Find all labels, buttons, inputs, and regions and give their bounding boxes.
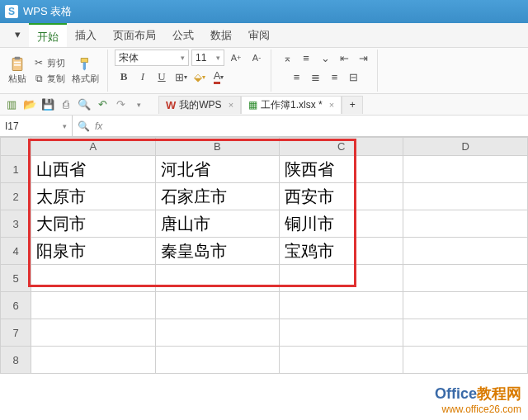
preview-icon[interactable]: 🔍 <box>78 98 91 111</box>
format-painter-button[interactable]: 格式刷 <box>68 54 102 87</box>
cell[interactable] <box>31 319 155 347</box>
col-header[interactable]: C <box>280 138 403 156</box>
search-icon[interactable]: 🔍 <box>78 120 90 132</box>
row-header[interactable]: 1 <box>1 156 31 183</box>
align-right-button[interactable]: ≡ <box>326 68 344 85</box>
menu-dropdown-icon[interactable]: ▾ <box>7 23 29 47</box>
increase-font-button[interactable]: A+ <box>227 50 245 66</box>
app-title: WPS 表格 <box>23 4 72 19</box>
fill-color-button[interactable]: ⬙▾ <box>191 68 209 85</box>
cell[interactable] <box>280 292 403 319</box>
cell[interactable]: 西安市 <box>280 183 403 210</box>
grid[interactable]: A B C D 1 山西省 河北省 陕西省 2 太原市 石家庄市 西安市 3 大… <box>0 137 528 374</box>
cell[interactable]: 大同市 <box>31 210 155 238</box>
cell[interactable] <box>155 347 279 374</box>
cell[interactable] <box>403 238 528 265</box>
italic-button[interactable]: I <box>134 68 152 85</box>
cell[interactable]: 阳泉市 <box>31 238 155 265</box>
print-icon[interactable]: ⎙ <box>59 98 73 111</box>
cell[interactable] <box>403 183 528 210</box>
align-top-button[interactable]: ⌅ <box>278 50 296 66</box>
cell[interactable] <box>403 265 528 292</box>
row-header[interactable]: 4 <box>1 238 31 265</box>
cell[interactable] <box>403 210 528 238</box>
watermark: Office教程网 www.office26.com <box>435 384 521 415</box>
close-icon[interactable]: × <box>329 100 334 110</box>
align-left-button[interactable]: ≡ <box>288 68 306 85</box>
indent-left-button[interactable]: ⇤ <box>335 50 353 66</box>
align-center-button[interactable]: ≣ <box>307 68 325 85</box>
col-header[interactable]: D <box>403 138 528 156</box>
cell[interactable]: 山西省 <box>31 156 155 183</box>
name-box[interactable]: I17 ▾ <box>0 116 73 136</box>
border-button[interactable]: ⊞▾ <box>172 68 190 85</box>
row-header[interactable]: 3 <box>1 210 31 238</box>
decrease-font-button[interactable]: A- <box>248 50 266 66</box>
cell[interactable]: 唐山市 <box>155 210 279 238</box>
cell[interactable]: 太原市 <box>31 183 155 210</box>
cell[interactable] <box>403 156 528 183</box>
cell[interactable]: 宝鸡市 <box>280 238 403 265</box>
cell[interactable]: 石家庄市 <box>155 183 279 210</box>
cell[interactable]: 铜川市 <box>280 210 403 238</box>
close-icon[interactable]: × <box>229 100 233 110</box>
row-header[interactable]: 7 <box>1 319 31 347</box>
cell[interactable] <box>280 347 403 374</box>
cell[interactable]: 陕西省 <box>280 156 403 183</box>
cell[interactable]: 河北省 <box>155 156 279 183</box>
undo-icon[interactable]: ↶ <box>96 98 109 111</box>
font-size-select[interactable]: 11▾ <box>191 50 224 66</box>
doctab-mywps[interactable]: W 我的WPS × <box>158 96 241 114</box>
cell[interactable] <box>31 347 155 374</box>
cell[interactable] <box>403 292 528 319</box>
tab-review[interactable]: 审阅 <box>240 23 278 47</box>
cell[interactable] <box>280 319 403 347</box>
tab-formula[interactable]: 公式 <box>164 23 202 47</box>
cell[interactable] <box>403 347 528 374</box>
cell[interactable] <box>155 265 279 292</box>
fx-label[interactable]: fx <box>95 120 102 132</box>
new-icon[interactable]: ▥ <box>5 98 18 111</box>
tab-start[interactable]: 开始 <box>29 23 67 47</box>
menu-bar: ▾ 开始 插入 页面布局 公式 数据 审阅 <box>0 23 528 48</box>
cell[interactable] <box>155 292 279 319</box>
cell[interactable]: 秦皇岛市 <box>155 238 279 265</box>
ribbon: 粘贴 ✂ 剪切 ⧉ 复制 格式刷 宋体▾ 11▾ <box>0 48 528 94</box>
cell[interactable] <box>280 265 403 292</box>
row-header[interactable]: 5 <box>1 265 31 292</box>
chevron-down-icon: ▾ <box>181 54 185 62</box>
cell[interactable] <box>403 319 528 347</box>
font-color-button[interactable]: A▾ <box>210 68 228 85</box>
align-bottom-button[interactable]: ⌄ <box>316 50 334 66</box>
font-family-select[interactable]: 宋体▾ <box>115 50 189 66</box>
open-icon[interactable]: 📂 <box>23 98 36 111</box>
doctab-workbook[interactable]: ▦ 工作簿1.xlsx * × <box>241 96 342 114</box>
copy-button[interactable]: ⧉ 复制 <box>31 72 67 86</box>
align-middle-button[interactable]: ≡ <box>297 50 315 66</box>
new-tab-button[interactable]: + <box>342 96 363 114</box>
chevron-down-icon[interactable]: ▾ <box>132 98 145 111</box>
cell[interactable] <box>31 265 155 292</box>
tab-data[interactable]: 数据 <box>202 23 240 47</box>
brush-label: 格式刷 <box>72 73 99 85</box>
indent-right-button[interactable]: ⇥ <box>354 50 372 66</box>
row-header[interactable]: 6 <box>1 292 31 319</box>
cell[interactable] <box>31 292 155 319</box>
paste-button[interactable]: 粘贴 <box>5 54 30 87</box>
underline-button[interactable]: U <box>153 68 171 85</box>
row-header[interactable]: 2 <box>1 183 31 210</box>
tab-insert[interactable]: 插入 <box>67 23 105 47</box>
redo-icon[interactable]: ↷ <box>114 98 127 111</box>
cut-button[interactable]: ✂ 剪切 <box>31 56 67 70</box>
col-header[interactable]: A <box>31 138 155 156</box>
svg-rect-3 <box>14 64 21 66</box>
save-icon[interactable]: 💾 <box>41 98 54 111</box>
row-header[interactable]: 8 <box>1 347 31 374</box>
merge-button[interactable]: ⊟ <box>345 68 363 85</box>
select-all-corner[interactable] <box>1 138 31 156</box>
cell[interactable] <box>155 319 279 347</box>
tab-layout[interactable]: 页面布局 <box>105 23 164 47</box>
col-header[interactable]: B <box>155 138 279 156</box>
excel-icon: ▦ <box>248 99 257 111</box>
bold-button[interactable]: B <box>115 68 133 85</box>
